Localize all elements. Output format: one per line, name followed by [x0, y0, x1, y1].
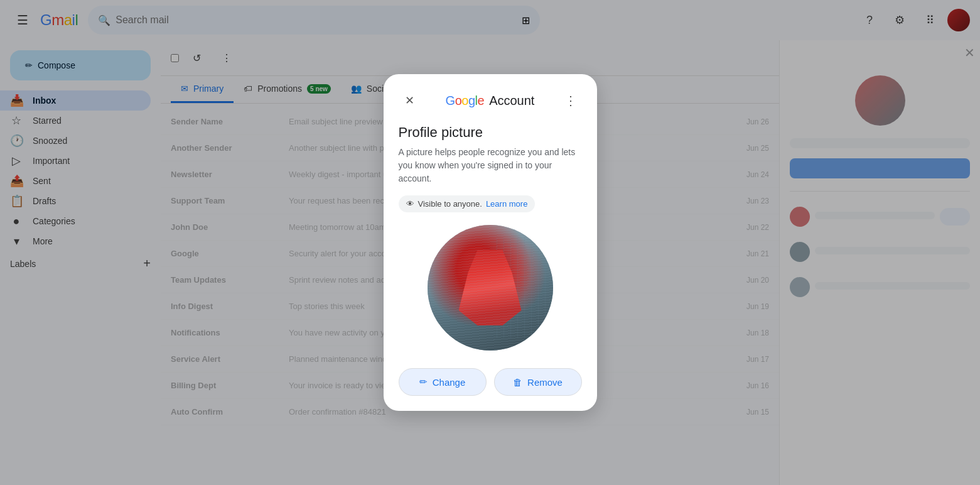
profile-picture	[428, 225, 553, 351]
change-label: Change	[433, 377, 466, 388]
more-vert-icon: ⋮	[564, 94, 577, 107]
account-text: Account	[489, 94, 534, 108]
google-g: G	[446, 94, 455, 108]
remove-icon: 🗑	[513, 377, 522, 388]
profile-picture-description: A picture helps people recognize you and…	[399, 146, 582, 185]
rain-overlay	[428, 225, 553, 351]
visibility-text: Visible to anyone.	[418, 199, 482, 209]
profile-art	[428, 225, 553, 351]
profile-picture-title: Profile picture	[399, 124, 582, 141]
modal-close-button[interactable]: ✕	[399, 89, 421, 112]
remove-button[interactable]: 🗑 Remove	[494, 368, 582, 396]
google-e: e	[478, 94, 485, 108]
change-icon: ✏	[419, 376, 428, 388]
google-g2: g	[468, 94, 475, 108]
change-button[interactable]: ✏ Change	[399, 368, 487, 396]
close-icon: ✕	[405, 94, 414, 107]
google-o2: o	[461, 94, 468, 108]
profile-picture-container	[399, 225, 582, 351]
google-o1: o	[455, 94, 462, 108]
visibility-badge: 👁 Visible to anyone. Learn more	[399, 195, 536, 212]
modal-more-button[interactable]: ⋮	[559, 89, 582, 112]
modal-title-area: Google Account	[421, 94, 559, 108]
google-logo: Google	[446, 94, 485, 108]
modal-header: ✕ Google Account ⋮	[399, 89, 582, 112]
remove-label: Remove	[527, 377, 563, 388]
learn-more-link[interactable]: Learn more	[486, 199, 527, 209]
profile-picture-modal: ✕ Google Account ⋮ Profile picture A pic…	[384, 74, 597, 411]
modal-actions: ✏ Change 🗑 Remove	[399, 368, 582, 396]
visibility-icon: 👁	[406, 199, 414, 209]
